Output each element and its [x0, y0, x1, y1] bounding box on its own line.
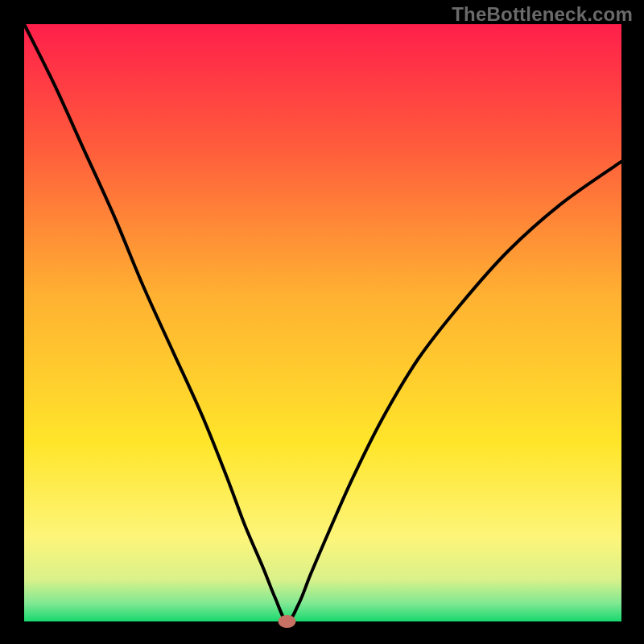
optimal-point-marker — [278, 615, 295, 628]
watermark-text: TheBottleneck.com — [452, 3, 633, 26]
bottleneck-chart — [0, 0, 644, 644]
chart-frame: TheBottleneck.com — [0, 0, 644, 644]
plot-area — [24, 24, 621, 621]
